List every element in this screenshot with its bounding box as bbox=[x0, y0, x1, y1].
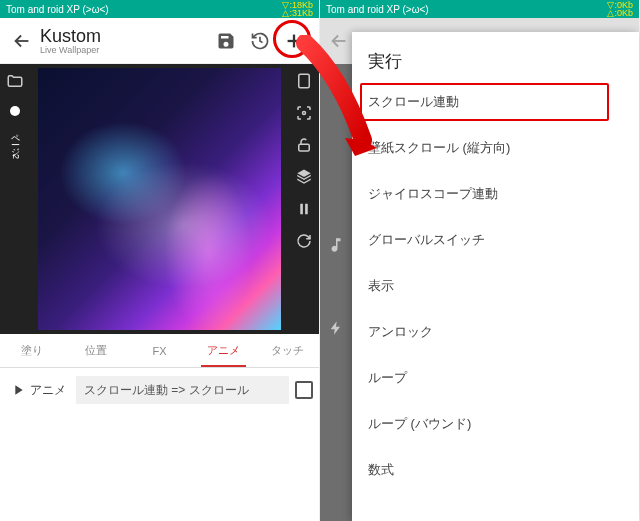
dialog-item[interactable]: ジャイロスコープ連動 bbox=[352, 171, 639, 217]
music-icon bbox=[327, 236, 345, 254]
save-button[interactable] bbox=[209, 24, 243, 58]
app-subtitle: Live Wallpaper bbox=[40, 45, 209, 55]
status-bar: Tom and roid XP (>ω<) ▽:0Kb △:0Kb bbox=[320, 0, 639, 18]
svg-rect-4 bbox=[305, 204, 308, 215]
left-pane: Tom and roid XP (>ω<) ▽:18Kb △:31Kb Kust… bbox=[0, 0, 320, 521]
tab-1[interactable]: 位置 bbox=[64, 334, 128, 367]
svg-rect-3 bbox=[300, 204, 303, 215]
dialog-item[interactable]: アンロック bbox=[352, 309, 639, 355]
dialog-item[interactable]: グローバルスイッチ bbox=[352, 217, 639, 263]
svg-point-1 bbox=[303, 112, 306, 115]
statusbar-title: Tom and roid XP (>ω<) bbox=[6, 4, 109, 15]
dialog-item[interactable]: 壁紙スクロール (縦方向) bbox=[352, 125, 639, 171]
wallpaper-preview[interactable] bbox=[38, 68, 281, 330]
tab-4[interactable]: タッチ bbox=[255, 334, 319, 367]
tab-0[interactable]: 塗り bbox=[0, 334, 64, 367]
layers-icon[interactable] bbox=[293, 166, 315, 188]
action-dialog: 実行 スクロール連動壁紙スクロール (縦方向)ジャイロスコープ連動グローバルスイ… bbox=[352, 32, 639, 521]
svg-rect-2 bbox=[299, 144, 310, 151]
folder-icon[interactable] bbox=[4, 70, 26, 92]
folder-icon bbox=[327, 72, 345, 90]
left-tool-column: ページ2 bbox=[0, 64, 30, 334]
page-label: ページ2 bbox=[9, 128, 22, 161]
refresh-icon[interactable] bbox=[293, 230, 315, 252]
dialog-item[interactable]: ループ (バウンド) bbox=[352, 401, 639, 447]
statusbar-title: Tom and roid XP (>ω<) bbox=[326, 4, 429, 15]
anime-button-label: アニメ bbox=[30, 382, 66, 399]
anime-row: アニメ スクロール連動 => スクロール bbox=[0, 368, 319, 412]
network-indicator: ▽:18Kb △:31Kb bbox=[282, 1, 313, 17]
add-button[interactable] bbox=[277, 24, 311, 58]
focus-icon[interactable] bbox=[293, 102, 315, 124]
anime-play-button[interactable]: アニメ bbox=[6, 376, 70, 405]
unlock-icon[interactable] bbox=[293, 134, 315, 156]
dialog-item[interactable]: 表示 bbox=[352, 263, 639, 309]
header-title-block: Kustom Live Wallpaper bbox=[36, 26, 209, 55]
dialog-item[interactable]: ループ bbox=[352, 355, 639, 401]
bolt-icon bbox=[328, 320, 344, 336]
ghost-sidebar bbox=[320, 64, 352, 521]
screen-icon[interactable] bbox=[293, 70, 315, 92]
app-header: Kustom Live Wallpaper bbox=[0, 18, 319, 64]
anime-formula-field[interactable]: スクロール連動 => スクロール bbox=[76, 376, 289, 404]
dialog-title: 実行 bbox=[352, 32, 639, 79]
history-button[interactable] bbox=[243, 24, 277, 58]
dialog-item[interactable]: 数式 bbox=[352, 447, 639, 493]
status-bar: Tom and roid XP (>ω<) ▽:18Kb △:31Kb bbox=[0, 0, 319, 18]
app-title: Kustom bbox=[40, 26, 209, 47]
tab-3[interactable]: アニメ bbox=[191, 334, 255, 367]
back-button[interactable] bbox=[8, 27, 36, 55]
network-indicator: ▽:0Kb △:0Kb bbox=[607, 1, 633, 17]
right-pane: Tom and roid XP (>ω<) ▽:0Kb △:0Kb 実行 スクロ… bbox=[320, 0, 640, 521]
tab-2[interactable]: FX bbox=[128, 334, 192, 367]
property-tabs: 塗り位置FXアニメタッチ bbox=[0, 334, 319, 368]
back-button bbox=[328, 30, 350, 52]
right-tool-column bbox=[289, 64, 319, 334]
svg-rect-0 bbox=[299, 74, 310, 88]
editor-canvas: ページ2 bbox=[0, 64, 319, 334]
dual-pane-container: Tom and roid XP (>ω<) ▽:18Kb △:31Kb Kust… bbox=[0, 0, 640, 521]
page-indicator-dot[interactable] bbox=[10, 106, 20, 116]
dialog-item[interactable]: スクロール連動 bbox=[352, 79, 639, 125]
pause-icon[interactable] bbox=[293, 198, 315, 220]
anime-checkbox[interactable] bbox=[295, 381, 313, 399]
